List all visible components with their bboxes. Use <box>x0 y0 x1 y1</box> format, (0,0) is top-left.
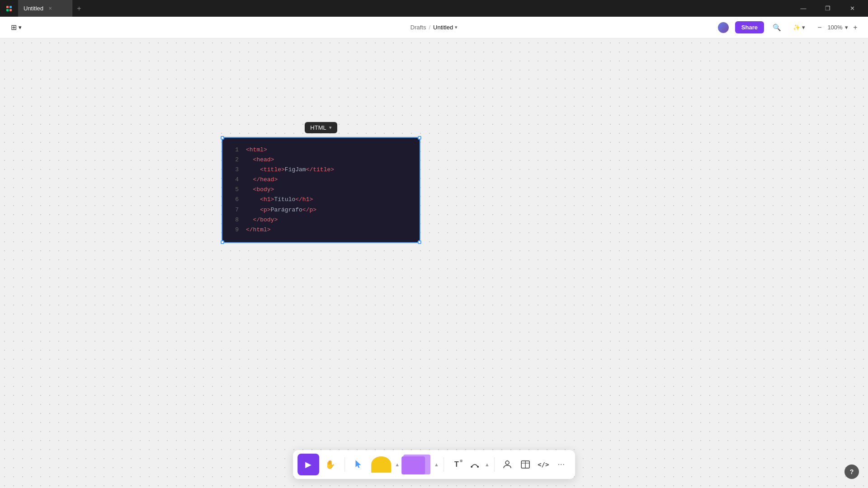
table-icon <box>521 460 530 469</box>
cursor-shape-tool[interactable] <box>349 452 368 477</box>
resize-handle-tr[interactable] <box>418 136 421 140</box>
resize-handle-br[interactable] <box>418 240 421 244</box>
avatar-tool-button[interactable] <box>498 455 516 474</box>
code-line-8: 8 </body> <box>231 215 410 225</box>
tools-chevron: ▾ <box>19 24 22 31</box>
close-button[interactable]: ✕ <box>842 0 863 17</box>
zoom-chevron: ▾ <box>845 24 848 31</box>
tools-menu-button[interactable]: ⊞ ▾ <box>7 21 25 33</box>
code-line-4: 4 </head> <box>231 175 410 185</box>
app-logo[interactable] <box>0 0 18 17</box>
more-icon: ··· <box>558 460 565 469</box>
maximize-button[interactable]: ❐ <box>817 0 838 17</box>
share-button[interactable]: Share <box>735 21 764 33</box>
help-button[interactable]: ? <box>844 465 859 479</box>
user-avatar <box>717 21 730 34</box>
resize-handle-tl[interactable] <box>221 136 224 140</box>
code-line-6: 6 <h1>Título</h1> <box>231 195 410 205</box>
toolbar-divider-1 <box>344 457 345 472</box>
active-tab[interactable]: Untitled ✕ <box>18 0 72 17</box>
code-block[interactable]: 1 <html> 2 <head> 3 <title>FigJam</title… <box>222 137 420 243</box>
breadcrumb-title: Untitled <box>433 24 453 31</box>
code-line-9: 9 </html> <box>231 225 410 235</box>
text-tool-button[interactable]: T · <box>448 455 466 474</box>
zoom-control: − 100% ▾ + <box>814 22 861 33</box>
svg-point-4 <box>471 466 472 468</box>
code-line-1: 1 <html> <box>231 145 410 155</box>
expand-stickers-icon[interactable]: ▲ <box>434 462 439 467</box>
connector-icon <box>471 460 479 469</box>
more-tools-section: </> ··· <box>495 455 573 474</box>
code-line-2: 2 <head> <box>231 155 410 165</box>
toolbar-divider-2 <box>443 457 444 472</box>
code-line-5: 5 <body> <box>231 185 410 195</box>
code-tool-button[interactable]: </> <box>534 455 552 474</box>
language-label: HTML <box>310 124 326 131</box>
zoom-in-button[interactable]: + <box>850 22 861 33</box>
zoom-value[interactable]: 100% <box>827 24 843 31</box>
person-icon <box>503 460 512 469</box>
zoom-out-button[interactable]: − <box>814 22 825 33</box>
move-icon: ▶ <box>305 460 311 469</box>
cursor-icon <box>354 460 363 469</box>
sparkle-icon: ✨ <box>793 24 800 31</box>
breadcrumb-separator: / <box>429 24 430 31</box>
svg-point-5 <box>477 466 479 468</box>
svg-rect-0 <box>6 6 9 8</box>
more-tools-button[interactable]: ··· <box>552 455 571 474</box>
svg-point-6 <box>505 461 509 465</box>
window-controls: — ❐ ✕ <box>793 0 868 17</box>
code-icon: </> <box>538 461 549 468</box>
breadcrumb-current[interactable]: Untitled ▾ <box>433 24 458 31</box>
code-line-7: 7 <p>Parágrafo</p> <box>231 205 410 215</box>
language-selector[interactable]: HTML ▾ <box>305 122 337 133</box>
code-content: 1 <html> 2 <head> 3 <title>FigJam</title… <box>231 145 410 235</box>
breadcrumb: Drafts / Untitled ▾ <box>410 24 458 31</box>
hand-tool-button[interactable]: ✋ <box>319 454 341 475</box>
tab-close-icon[interactable]: ✕ <box>47 5 53 12</box>
titlebar: Untitled ✕ + — ❐ ✕ <box>0 0 868 17</box>
yellow-shape-tool[interactable] <box>368 454 394 475</box>
cursor-tool-button[interactable]: ✨ ▾ <box>789 22 809 33</box>
table-tool-button[interactable] <box>516 455 534 474</box>
header-left: ⊞ ▾ <box>7 21 25 33</box>
language-chevron-icon: ▾ <box>329 125 332 131</box>
purple-shape-icon <box>403 455 430 474</box>
breadcrumb-drafts[interactable]: Drafts <box>410 24 426 31</box>
text-tools-section: T · ▲ <box>445 455 493 474</box>
tools-icon: ⊞ <box>11 23 17 32</box>
header: ⊞ ▾ Drafts / Untitled ▾ Share 🔍 ✨ ▾ − 10… <box>0 17 868 38</box>
code-block-wrapper: HTML ▾ 1 <html> 2 <head> <box>222 122 420 243</box>
shape-tools-section: ▲ ▲ <box>346 452 443 477</box>
sticker-expand-section: ▲ <box>433 462 440 467</box>
breadcrumb-chevron-icon: ▾ <box>455 24 458 30</box>
shape-expand-section: ▲ <box>394 462 401 467</box>
text-icon: T · <box>454 460 459 469</box>
move-tool-section: ▶ ✋ <box>295 454 344 475</box>
svg-rect-2 <box>6 9 9 11</box>
hand-icon: ✋ <box>325 460 335 469</box>
cursor-chevron: ▾ <box>802 24 805 31</box>
purple-sticker-tool[interactable] <box>401 454 433 475</box>
bottom-toolbar: ▶ ✋ ▲ ▲ <box>293 450 575 479</box>
search-button[interactable]: 🔍 <box>769 20 784 35</box>
minimize-button[interactable]: — <box>793 0 814 17</box>
canvas[interactable]: HTML ▾ 1 <html> 2 <head> <box>0 38 868 488</box>
connector-tool-button[interactable] <box>466 455 484 474</box>
connector-expand-section: ▲ <box>484 462 491 467</box>
svg-rect-3 <box>9 9 12 11</box>
move-tool-button[interactable]: ▶ <box>297 454 319 475</box>
expand-shapes-icon[interactable]: ▲ <box>395 462 400 467</box>
tab-title: Untitled <box>24 5 43 12</box>
code-line-3: 3 <title>FigJam</title> <box>231 165 410 175</box>
avatar-group <box>717 21 730 34</box>
yellow-shape-icon <box>371 456 391 473</box>
toolbar-divider-3 <box>494 457 495 472</box>
header-right: Share 🔍 ✨ ▾ − 100% ▾ + <box>717 20 861 35</box>
resize-handle-bl[interactable] <box>221 240 224 244</box>
svg-rect-1 <box>9 6 12 8</box>
add-tab-button[interactable]: + <box>72 0 86 17</box>
expand-connectors-icon[interactable]: ▲ <box>485 462 490 467</box>
